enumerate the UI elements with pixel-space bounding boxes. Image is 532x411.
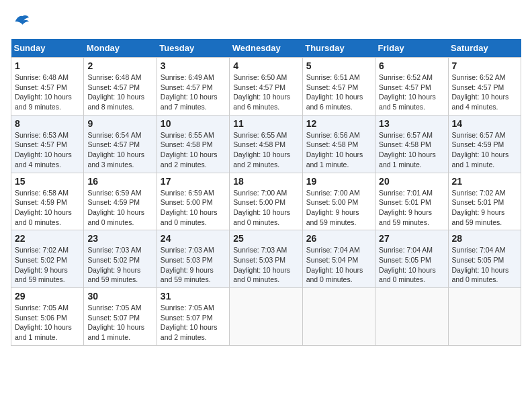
day-cell: 13Sunrise: 6:57 AMSunset: 4:58 PMDayligh…: [375, 115, 448, 173]
day-info: Sunrise: 7:03 AMSunset: 5:03 PMDaylight:…: [161, 245, 226, 285]
day-number: 5: [306, 60, 371, 71]
logo-icon: [11, 11, 32, 32]
day-number: 6: [379, 60, 444, 71]
day-cell: 10Sunrise: 6:55 AMSunset: 4:58 PMDayligh…: [157, 115, 229, 173]
day-cell: 27Sunrise: 7:04 AMSunset: 5:05 PMDayligh…: [375, 230, 448, 288]
day-cell: 1Sunrise: 6:48 AMSunset: 4:57 PMDaylight…: [11, 58, 84, 116]
day-number: 8: [15, 118, 80, 129]
day-info: Sunrise: 6:55 AMSunset: 4:58 PMDaylight:…: [233, 130, 298, 170]
day-cell: 20Sunrise: 7:01 AMSunset: 5:01 PMDayligh…: [375, 173, 448, 230]
day-number: 2: [87, 60, 152, 71]
week-row-2: 15Sunrise: 6:58 AMSunset: 4:59 PMDayligh…: [11, 173, 521, 230]
page-header: [11, 11, 521, 32]
day-info: Sunrise: 6:52 AMSunset: 4:57 PMDaylight:…: [452, 73, 517, 112]
day-number: 1: [15, 60, 80, 71]
day-number: 12: [306, 118, 371, 129]
day-cell: 19Sunrise: 7:00 AMSunset: 5:00 PMDayligh…: [302, 173, 375, 230]
day-info: Sunrise: 6:57 AMSunset: 4:59 PMDaylight:…: [452, 130, 517, 170]
day-info: Sunrise: 6:58 AMSunset: 4:59 PMDaylight:…: [15, 188, 80, 228]
day-number: 4: [233, 60, 298, 71]
day-header-thursday: Thursday: [302, 39, 375, 58]
day-info: Sunrise: 6:55 AMSunset: 4:58 PMDaylight:…: [161, 130, 226, 170]
day-cell: 8Sunrise: 6:53 AMSunset: 4:57 PMDaylight…: [11, 115, 84, 173]
day-info: Sunrise: 7:04 AMSunset: 5:05 PMDaylight:…: [379, 245, 444, 285]
day-info: Sunrise: 7:04 AMSunset: 5:05 PMDaylight:…: [452, 245, 517, 285]
day-header-wednesday: Wednesday: [230, 39, 302, 58]
day-cell: 3Sunrise: 6:49 AMSunset: 4:57 PMDaylight…: [157, 58, 229, 116]
day-number: 3: [161, 60, 226, 71]
day-number: 24: [161, 233, 226, 244]
day-number: 14: [452, 118, 517, 129]
day-cell: 6Sunrise: 6:52 AMSunset: 4:57 PMDaylight…: [375, 58, 448, 116]
day-info: Sunrise: 6:59 AMSunset: 4:59 PMDaylight:…: [87, 188, 152, 228]
day-cell: 30Sunrise: 7:05 AMSunset: 5:07 PMDayligh…: [84, 288, 157, 346]
day-header-tuesday: Tuesday: [157, 39, 229, 58]
day-number: 31: [161, 291, 226, 302]
day-cell: 24Sunrise: 7:03 AMSunset: 5:03 PMDayligh…: [157, 230, 229, 288]
day-number: 25: [233, 233, 298, 244]
day-info: Sunrise: 6:48 AMSunset: 4:57 PMDaylight:…: [87, 73, 152, 112]
day-number: 16: [87, 176, 152, 187]
day-header-saturday: Saturday: [448, 39, 521, 58]
day-info: Sunrise: 6:57 AMSunset: 4:58 PMDaylight:…: [379, 130, 444, 170]
week-row-4: 29Sunrise: 7:05 AMSunset: 5:06 PMDayligh…: [11, 288, 521, 346]
day-info: Sunrise: 7:03 AMSunset: 5:03 PMDaylight:…: [233, 245, 298, 285]
day-number: 29: [15, 291, 80, 302]
day-cell: 18Sunrise: 7:00 AMSunset: 5:00 PMDayligh…: [230, 173, 302, 230]
day-info: Sunrise: 7:02 AMSunset: 5:02 PMDaylight:…: [15, 245, 80, 285]
day-number: 18: [233, 176, 298, 187]
day-info: Sunrise: 6:54 AMSunset: 4:57 PMDaylight:…: [87, 130, 152, 170]
day-info: Sunrise: 6:56 AMSunset: 4:58 PMDaylight:…: [306, 130, 371, 170]
day-number: 27: [379, 233, 444, 244]
day-number: 17: [161, 176, 226, 187]
day-cell: [375, 288, 448, 346]
day-cell: 2Sunrise: 6:48 AMSunset: 4:57 PMDaylight…: [84, 58, 157, 116]
day-info: Sunrise: 7:01 AMSunset: 5:01 PMDaylight:…: [379, 188, 444, 228]
day-cell: 25Sunrise: 7:03 AMSunset: 5:03 PMDayligh…: [230, 230, 302, 288]
day-header-monday: Monday: [84, 39, 157, 58]
day-number: 20: [379, 176, 444, 187]
day-cell: 12Sunrise: 6:56 AMSunset: 4:58 PMDayligh…: [302, 115, 375, 173]
day-info: Sunrise: 6:48 AMSunset: 4:57 PMDaylight:…: [15, 73, 80, 112]
day-cell: 29Sunrise: 7:05 AMSunset: 5:06 PMDayligh…: [11, 288, 84, 346]
day-cell: [448, 288, 521, 346]
day-info: Sunrise: 6:50 AMSunset: 4:57 PMDaylight:…: [233, 73, 298, 112]
day-number: 21: [452, 176, 517, 187]
day-number: 9: [87, 118, 152, 129]
day-number: 28: [452, 233, 517, 244]
day-cell: 5Sunrise: 6:51 AMSunset: 4:57 PMDaylight…: [302, 58, 375, 116]
day-number: 22: [15, 233, 80, 244]
day-cell: 14Sunrise: 6:57 AMSunset: 4:59 PMDayligh…: [448, 115, 521, 173]
day-number: 23: [87, 233, 152, 244]
day-info: Sunrise: 6:53 AMSunset: 4:57 PMDaylight:…: [15, 130, 80, 170]
day-cell: 26Sunrise: 7:04 AMSunset: 5:04 PMDayligh…: [302, 230, 375, 288]
day-info: Sunrise: 6:52 AMSunset: 4:57 PMDaylight:…: [379, 73, 444, 112]
day-info: Sunrise: 6:51 AMSunset: 4:57 PMDaylight:…: [306, 73, 371, 112]
day-number: 15: [15, 176, 80, 187]
day-cell: 16Sunrise: 6:59 AMSunset: 4:59 PMDayligh…: [84, 173, 157, 230]
day-number: 11: [233, 118, 298, 129]
week-row-3: 22Sunrise: 7:02 AMSunset: 5:02 PMDayligh…: [11, 230, 521, 288]
day-cell: 21Sunrise: 7:02 AMSunset: 5:01 PMDayligh…: [448, 173, 521, 230]
day-header-sunday: Sunday: [11, 39, 84, 58]
day-number: 10: [161, 118, 226, 129]
day-info: Sunrise: 7:00 AMSunset: 5:00 PMDaylight:…: [233, 188, 298, 228]
day-cell: 15Sunrise: 6:58 AMSunset: 4:59 PMDayligh…: [11, 173, 84, 230]
day-info: Sunrise: 7:00 AMSunset: 5:00 PMDaylight:…: [306, 188, 371, 228]
week-row-1: 8Sunrise: 6:53 AMSunset: 4:57 PMDaylight…: [11, 115, 521, 173]
day-cell: 11Sunrise: 6:55 AMSunset: 4:58 PMDayligh…: [230, 115, 302, 173]
day-cell: [230, 288, 302, 346]
day-number: 19: [306, 176, 371, 187]
day-info: Sunrise: 7:03 AMSunset: 5:02 PMDaylight:…: [87, 245, 152, 285]
day-cell: 23Sunrise: 7:03 AMSunset: 5:02 PMDayligh…: [84, 230, 157, 288]
day-info: Sunrise: 7:05 AMSunset: 5:06 PMDaylight:…: [15, 303, 80, 342]
day-info: Sunrise: 6:49 AMSunset: 4:57 PMDaylight:…: [161, 73, 226, 112]
day-info: Sunrise: 7:05 AMSunset: 5:07 PMDaylight:…: [161, 303, 226, 342]
day-number: 7: [452, 60, 517, 71]
header-row: SundayMondayTuesdayWednesdayThursdayFrid…: [11, 39, 521, 58]
day-cell: 17Sunrise: 6:59 AMSunset: 5:00 PMDayligh…: [157, 173, 229, 230]
day-info: Sunrise: 7:05 AMSunset: 5:07 PMDaylight:…: [87, 303, 152, 342]
logo: [11, 11, 35, 32]
day-cell: 31Sunrise: 7:05 AMSunset: 5:07 PMDayligh…: [157, 288, 229, 346]
week-row-0: 1Sunrise: 6:48 AMSunset: 4:57 PMDaylight…: [11, 58, 521, 116]
